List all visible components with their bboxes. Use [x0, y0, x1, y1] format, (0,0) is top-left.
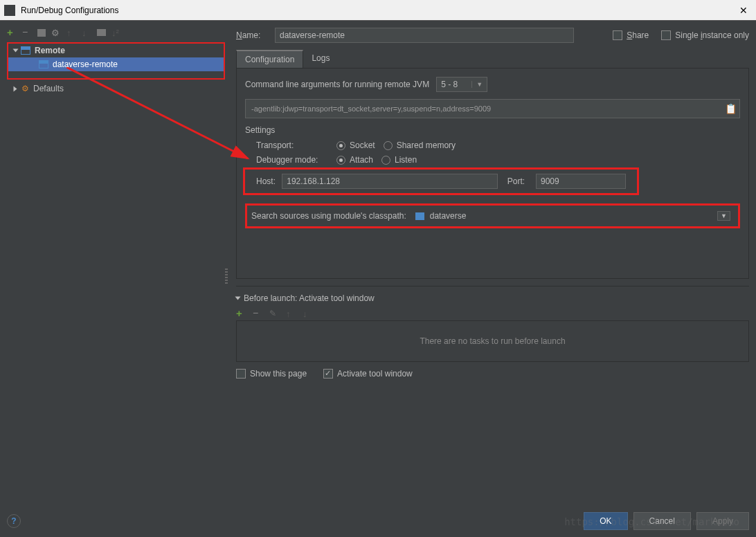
debugger-mode-label: Debugger mode: — [256, 155, 328, 165]
host-input[interactable] — [282, 174, 498, 189]
folder-icon[interactable] — [97, 29, 106, 36]
debugger-attach-radio[interactable] — [336, 156, 345, 165]
tree-node-remote[interactable]: Remote — [8, 44, 224, 57]
transport-socket-radio[interactable] — [336, 141, 345, 150]
copy-config-icon[interactable] — [37, 29, 46, 37]
classpath-value: dataverse — [430, 211, 467, 221]
tasks-list[interactable]: There are no tasks to run before launch — [236, 320, 749, 362]
host-port-highlight: Host: Port: — [243, 167, 639, 195]
tasks-empty-text: There are no tasks to run before launch — [420, 336, 565, 346]
edit-defaults-icon[interactable]: ⚙ — [51, 28, 61, 37]
tree-node-dataverse-remote[interactable]: dataverse-remote — [8, 57, 224, 71]
collapse-icon — [14, 86, 17, 91]
jvm-version-value: 5 - 8 — [441, 80, 458, 89]
transport-shared-radio[interactable] — [384, 141, 393, 150]
cmdline-label: Command line arguments for running remot… — [245, 80, 429, 89]
copy-icon[interactable]: 📋 — [725, 103, 737, 114]
expand-icon[interactable] — [235, 297, 241, 300]
main-panel: Name: Share Single instance only Configu… — [229, 26, 749, 505]
name-input[interactable] — [275, 28, 574, 43]
remote-icon — [39, 60, 48, 69]
transport-label: Transport: — [256, 140, 328, 150]
task-down-icon[interactable]: ↓ — [303, 309, 312, 318]
config-sidebar: + − ⚙ ↑ ↓ ↓² Remote dataverse-remote ⚙ D… — [7, 26, 225, 505]
sidebar-toolbar: + − ⚙ ↑ ↓ ↓² — [7, 26, 225, 40]
debugger-attach-label: Attach — [350, 155, 373, 165]
config-tree: Remote dataverse-remote — [7, 42, 225, 80]
move-up-icon[interactable]: ↑ — [66, 28, 76, 37]
resize-handle[interactable] — [225, 268, 228, 285]
cmdline-text: -agentlib:jdwp=transport=dt_socket,serve… — [251, 104, 491, 113]
tree-node-defaults[interactable]: ⚙ Defaults — [7, 82, 225, 95]
close-icon[interactable]: ✕ — [735, 5, 752, 16]
apply-button[interactable]: Apply — [696, 512, 749, 530]
window-title: Run/Debug Configurations — [21, 6, 735, 15]
add-task-icon[interactable]: + — [236, 309, 246, 318]
expand-icon — [13, 49, 19, 53]
configuration-content: Command line arguments for running remot… — [236, 69, 749, 279]
task-up-icon[interactable]: ↑ — [286, 309, 296, 318]
add-config-icon[interactable]: + — [7, 28, 17, 37]
chevron-down-icon: ▼ — [471, 81, 483, 88]
before-launch-label: Before launch: Activate tool window — [244, 293, 375, 303]
tree-label-remote: Remote — [35, 46, 65, 55]
tab-logs[interactable]: Logs — [303, 50, 338, 68]
window-titlebar: Run/Debug Configurations ✕ — [0, 0, 756, 21]
transport-socket-label: Socket — [350, 140, 375, 150]
activate-window-label: Activate tool window — [337, 369, 413, 379]
share-checkbox[interactable] — [613, 30, 622, 40]
before-launch-section: Before launch: Activate tool window + − … — [236, 286, 749, 379]
single-instance-checkbox[interactable] — [661, 30, 671, 40]
share-label: Share — [627, 30, 649, 40]
classpath-label: Search sources using module's classpath: — [251, 211, 406, 221]
dialog-footer: ? OK Cancel Apply — [7, 512, 749, 530]
classpath-select[interactable]: dataverse ▼ — [412, 209, 734, 223]
activate-window-checkbox[interactable] — [323, 369, 333, 379]
remove-config-icon[interactable]: − — [22, 28, 32, 37]
edit-task-icon[interactable]: ✎ — [269, 309, 279, 318]
tab-bar: Configuration Logs — [236, 50, 749, 69]
ok-button[interactable]: OK — [584, 512, 627, 530]
host-label: Host: — [256, 176, 276, 186]
debugger-listen-label: Listen — [395, 155, 417, 165]
name-label: Name: — [236, 30, 267, 40]
jvm-version-select[interactable]: 5 - 8 ▼ — [436, 77, 487, 92]
help-button[interactable]: ? — [7, 514, 21, 528]
show-page-checkbox[interactable] — [236, 369, 246, 379]
remote-icon — [21, 46, 30, 55]
tree-label-child: dataverse-remote — [53, 60, 118, 69]
port-input[interactable] — [536, 174, 626, 189]
chevron-down-icon: ▼ — [717, 211, 730, 221]
move-down-icon[interactable]: ↓ — [82, 28, 91, 37]
debugger-listen-radio[interactable] — [381, 156, 390, 165]
transport-shared-label: Shared memory — [397, 140, 456, 150]
tab-configuration[interactable]: Configuration — [236, 50, 303, 68]
classpath-highlight: Search sources using module's classpath:… — [245, 203, 740, 228]
cancel-button[interactable]: Cancel — [633, 512, 691, 530]
tree-label-defaults: Defaults — [33, 84, 64, 93]
module-icon — [415, 212, 424, 220]
cmdline-textarea[interactable]: -agentlib:jdwp=transport=dt_socket,serve… — [245, 99, 740, 118]
app-icon — [4, 5, 15, 16]
remove-task-icon[interactable]: − — [253, 309, 262, 318]
settings-header: Settings — [245, 125, 740, 135]
port-label: Port: — [507, 176, 530, 186]
single-instance-label: Single instance only — [675, 30, 749, 40]
show-page-label: Show this page — [250, 369, 307, 379]
sort-icon[interactable]: ↓² — [111, 28, 121, 37]
gear-icon: ⚙ — [21, 84, 29, 93]
